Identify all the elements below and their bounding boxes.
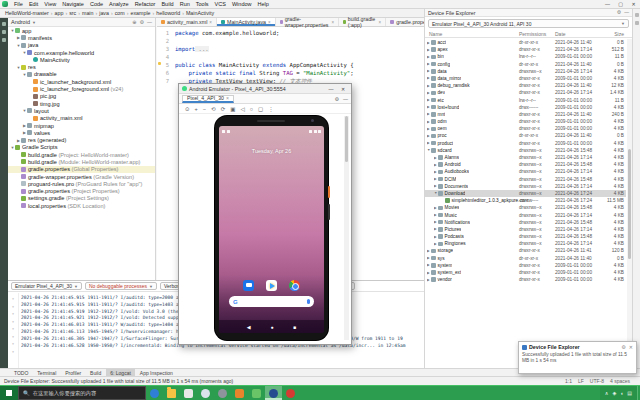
- tree-item[interactable]: ic_launcher_foreground.xml (v24): [8, 85, 155, 92]
- tree-item[interactable]: build.gradle (Module: HelloWorld-master.…: [8, 158, 155, 165]
- tree-item[interactable]: ic_launcher_background.xml: [8, 78, 155, 85]
- column-header-date[interactable]: Date: [555, 31, 566, 37]
- breadcrumb-item[interactable]: java: [98, 10, 110, 16]
- menu-item-file[interactable]: File: [11, 1, 26, 7]
- tree-item[interactable]: ▶values: [8, 129, 155, 136]
- menu-item-refactor[interactable]: Refactor: [132, 1, 159, 7]
- volume-up-icon[interactable]: +: [195, 106, 198, 112]
- tree-item[interactable]: ▼app: [8, 27, 155, 34]
- project-toolwindow-icon[interactable]: [2, 22, 6, 26]
- home-icon[interactable]: ●: [270, 324, 273, 330]
- emulator-scrollbar[interactable]: [344, 116, 349, 340]
- toolwindow-button[interactable]: Terminal: [33, 369, 60, 376]
- steam-icon[interactable]: [214, 386, 231, 400]
- file-row[interactable]: ▶debug_ramdiskdrwxr-xr-x2021-04-26 11:40…: [425, 82, 626, 89]
- file-row[interactable]: simplehtmleditor_1.0.3_apkpure.com.apk-r…: [425, 197, 626, 204]
- breadcrumb-item[interactable]: src: [68, 10, 77, 16]
- tree-item[interactable]: ▼com.example.helloworld: [8, 49, 155, 56]
- file-row[interactable]: ▶productdrwxr-xr-x2009-01-01 00:004 KB: [425, 140, 626, 147]
- close-icon[interactable]: ×: [268, 20, 271, 25]
- minimize-button[interactable]: —: [601, 1, 614, 7]
- menu-item-code[interactable]: Code: [87, 1, 106, 7]
- scrollbar-thumb[interactable]: [345, 116, 348, 162]
- rotate-right-icon[interactable]: ⟳: [221, 106, 226, 112]
- vlc-icon[interactable]: [231, 386, 248, 400]
- hide-icon[interactable]: —: [343, 96, 348, 102]
- file-row[interactable]: ▶configdr-xr-xr-x2021-04-26 11:400 B: [425, 61, 626, 68]
- file-row[interactable]: ▼Downloaddrwxrwx--x2021-04-26 17:244 KB: [425, 190, 626, 197]
- menu-item-window[interactable]: Window: [229, 1, 255, 7]
- editor-tab[interactable]: activity_main.xml×: [157, 18, 217, 26]
- settings-icon[interactable]: ⚙: [140, 19, 144, 25]
- toolwindow-button[interactable]: Profiler: [61, 369, 85, 376]
- overview-icon[interactable]: ▢: [258, 106, 263, 112]
- messages-icon[interactable]: [243, 280, 254, 291]
- file-row[interactable]: ▶Documentsdrwxrwx--x2021-04-26 17:144 KB: [425, 183, 626, 190]
- phone-screen[interactable]: Tuesday, Apr 26 G ◀●■: [219, 126, 324, 333]
- file-row[interactable]: ▶DCIMdrwxrwx--x2021-04-26 15:484 KB: [425, 176, 626, 183]
- editor-tab[interactable]: build.gradle (:app)×: [339, 18, 386, 26]
- file-row[interactable]: ▶datadrwxrwx--x2021-04-26 17:144 KB: [425, 68, 626, 75]
- tree-item[interactable]: settings.gradle (Project Settings): [8, 195, 155, 202]
- file-row[interactable]: ▶etclrw-r--r--2009-01-01 00:0011 B: [425, 97, 626, 104]
- file-row[interactable]: ▶sysdr-xr-xr-x2021-04-26 11:400 B: [425, 255, 626, 262]
- tree-item[interactable]: local.properties (SDK Location): [8, 202, 155, 209]
- start-button[interactable]: [0, 386, 18, 400]
- tree-item[interactable]: gradle.properties (Global Properties): [8, 166, 155, 173]
- column-header-permissions[interactable]: Permissions: [519, 31, 546, 37]
- taskbar-search-box[interactable]: 🔍 在这里输入你要搜索的内容: [18, 386, 146, 400]
- breadcrumb-item[interactable]: app: [54, 10, 65, 16]
- overview-icon[interactable]: ■: [293, 324, 296, 330]
- google-search-bar[interactable]: G: [229, 296, 314, 307]
- screenshot-icon[interactable]: ▫: [12, 304, 14, 309]
- file-row[interactable]: ▶vendordrwxr-xr-x2009-01-01 00:004 KB: [425, 276, 626, 283]
- up-icon[interactable]: ▫: [12, 311, 14, 316]
- logcat-process-dropdown[interactable]: No debuggable processes▼: [85, 282, 157, 290]
- close-button[interactable]: ✕: [627, 1, 640, 7]
- notification-balloon[interactable]: Device File Explorer ⚙✕ Successfully upl…: [518, 341, 637, 374]
- breadcrumb-item[interactable]: com: [114, 10, 126, 16]
- menu-item-tools[interactable]: Tools: [193, 1, 212, 7]
- store-icon[interactable]: [180, 386, 197, 400]
- chrome-icon[interactable]: [289, 280, 300, 291]
- file-row[interactable]: ▶data_mirrordrwxr-xr-x2009-01-01 00:004 …: [425, 75, 626, 82]
- tree-item[interactable]: MainActivity: [8, 56, 155, 63]
- tree-item[interactable]: timg.jpg: [8, 100, 155, 107]
- file-row[interactable]: ▶procdr-xr-xr-x2021-04-26 11:400 B: [425, 132, 626, 139]
- tree-item[interactable]: ▶mipmap: [8, 122, 155, 129]
- editor-tab[interactable]: MainActivity.java×: [217, 18, 276, 26]
- tree-item[interactable]: ▼drawable: [8, 71, 155, 78]
- device-selector-dropdown[interactable]: Emulator Pixel_4_API_30 Android 11, API …: [428, 19, 629, 28]
- chevron-up-icon[interactable]: ∧: [605, 390, 609, 396]
- close-icon[interactable]: ✕: [629, 344, 633, 350]
- file-row[interactable]: ▶Notificationsdrwxrwx--x2021-04-26 15:48…: [425, 219, 626, 226]
- toolwindow-button[interactable]: App Inspection: [136, 369, 177, 376]
- file-row[interactable]: ▶Ringtonesdrwxrwx--x2021-04-26 17:144 KB: [425, 240, 626, 247]
- scroll-end-icon[interactable]: ▫: [12, 334, 14, 339]
- tree-item[interactable]: gradle-wrapper.properties (Gradle Versio…: [8, 173, 155, 180]
- volume-icon[interactable]: ◖: [620, 390, 623, 396]
- close-icon[interactable]: ×: [332, 20, 335, 25]
- menu-item-view[interactable]: View: [41, 1, 59, 7]
- tree-item[interactable]: gradle.properties (Project Properties): [8, 188, 155, 195]
- tree-item[interactable]: proguard-rules.pro (ProGuard Rules for "…: [8, 180, 155, 187]
- back-icon[interactable]: ◁: [240, 106, 244, 112]
- tree-item[interactable]: ▼java: [8, 42, 155, 49]
- ime-icon[interactable]: ▤: [627, 390, 632, 396]
- close-icon[interactable]: ×: [379, 20, 382, 25]
- qq-icon[interactable]: [197, 386, 214, 400]
- status-widget[interactable]: 1:1: [565, 378, 572, 384]
- status-widget[interactable]: 4 spaces: [610, 378, 630, 384]
- file-row[interactable]: ▶apexdrwxr-xr-x2021-04-26 17:14512 B: [425, 46, 626, 53]
- file-row[interactable]: ▶mntdrwxr-xr-x2021-04-26 11:40240 B: [425, 111, 626, 118]
- hide-icon[interactable]: —: [624, 10, 629, 15]
- power-icon[interactable]: ⊙: [185, 106, 190, 112]
- settings-icon[interactable]: ⚙: [621, 344, 625, 350]
- tree-item[interactable]: ▶manifests: [8, 34, 155, 41]
- breadcrumb-item[interactable]: example: [129, 10, 151, 16]
- menu-item-edit[interactable]: Edit: [26, 1, 41, 7]
- home-icon[interactable]: ○: [250, 106, 253, 112]
- clear-icon[interactable]: ▫: [12, 349, 14, 354]
- file-row[interactable]: ▶Audiobooksdrwxrwx--x2021-04-26 17:144 K…: [425, 168, 626, 175]
- tree-item[interactable]: ▶res (generated): [8, 136, 155, 143]
